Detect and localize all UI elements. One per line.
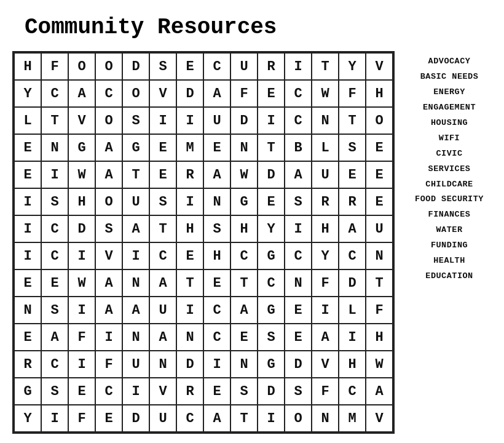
cell: C bbox=[231, 243, 258, 270]
cell: I bbox=[42, 405, 69, 433]
cell: M bbox=[177, 135, 204, 162]
cell: W bbox=[231, 162, 258, 189]
cell: Y bbox=[339, 54, 366, 81]
cell: Y bbox=[312, 243, 339, 270]
cell: E bbox=[204, 270, 231, 297]
cell: T bbox=[258, 135, 285, 162]
word-item: FUNDING bbox=[431, 239, 468, 253]
cell: V bbox=[312, 351, 339, 378]
puzzle-container: HFOODSECURITYVYCACOVDAFECWFHLTVOSIIUDICN… bbox=[12, 51, 395, 434]
cell: O bbox=[69, 54, 96, 81]
cell: T bbox=[42, 108, 69, 135]
cell: N bbox=[231, 135, 258, 162]
cell: O bbox=[285, 405, 312, 433]
cell: N bbox=[123, 270, 150, 297]
cell: S bbox=[42, 189, 69, 216]
cell: U bbox=[150, 297, 177, 324]
cell: I bbox=[15, 216, 42, 243]
cell: C bbox=[285, 81, 312, 108]
cell: S bbox=[150, 54, 177, 81]
cell: S bbox=[204, 216, 231, 243]
cell: E bbox=[366, 162, 393, 189]
cell: D bbox=[123, 405, 150, 433]
cell: O bbox=[96, 108, 123, 135]
cell: N bbox=[177, 324, 204, 351]
cell: G bbox=[15, 378, 42, 405]
cell: O bbox=[96, 54, 123, 81]
cell: T bbox=[123, 162, 150, 189]
word-item: ENERGY bbox=[433, 86, 465, 100]
cell: N bbox=[150, 351, 177, 378]
cell: A bbox=[285, 162, 312, 189]
cell: D bbox=[69, 216, 96, 243]
cell: N bbox=[231, 351, 258, 378]
cell: I bbox=[42, 162, 69, 189]
cell: I bbox=[69, 351, 96, 378]
cell: D bbox=[285, 351, 312, 378]
cell: E bbox=[285, 297, 312, 324]
cell: W bbox=[69, 162, 96, 189]
word-item: HEALTH bbox=[433, 254, 465, 268]
word-list: ADVOCACYBASIC NEEDSENERGYENGAGEMENTHOUSI… bbox=[409, 51, 489, 284]
cell: I bbox=[258, 405, 285, 433]
cell: C bbox=[150, 243, 177, 270]
cell: I bbox=[96, 324, 123, 351]
cell: I bbox=[15, 189, 42, 216]
cell: C bbox=[258, 270, 285, 297]
cell: N bbox=[42, 135, 69, 162]
word-item: FINANCES bbox=[428, 208, 471, 222]
word-item: ADVOCACY bbox=[428, 55, 471, 69]
cell: U bbox=[150, 405, 177, 433]
cell: R bbox=[177, 378, 204, 405]
cell: E bbox=[150, 135, 177, 162]
cell: D bbox=[231, 108, 258, 135]
cell: H bbox=[69, 189, 96, 216]
cell: S bbox=[285, 189, 312, 216]
cell: M bbox=[339, 405, 366, 433]
cell: A bbox=[366, 378, 393, 405]
word-item: WIFI bbox=[439, 132, 460, 146]
cell: A bbox=[204, 162, 231, 189]
cell: R bbox=[177, 162, 204, 189]
cell: C bbox=[177, 405, 204, 433]
cell: G bbox=[258, 243, 285, 270]
cell: D bbox=[123, 54, 150, 81]
cell: I bbox=[69, 243, 96, 270]
cell: I bbox=[285, 54, 312, 81]
cell: D bbox=[258, 162, 285, 189]
cell: S bbox=[150, 189, 177, 216]
cell: E bbox=[285, 324, 312, 351]
cell: T bbox=[150, 216, 177, 243]
cell: D bbox=[258, 378, 285, 405]
cell: H bbox=[312, 216, 339, 243]
cell: A bbox=[96, 270, 123, 297]
cell: V bbox=[96, 243, 123, 270]
main-layout: HFOODSECURITYVYCACOVDAFECWFHLTVOSIIUDICN… bbox=[12, 51, 492, 434]
cell: E bbox=[177, 54, 204, 81]
cell: R bbox=[15, 351, 42, 378]
cell: N bbox=[15, 297, 42, 324]
cell: G bbox=[258, 297, 285, 324]
cell: Y bbox=[258, 216, 285, 243]
cell: C bbox=[204, 54, 231, 81]
cell: V bbox=[150, 81, 177, 108]
cell: G bbox=[231, 189, 258, 216]
cell: N bbox=[285, 270, 312, 297]
page-title: Community Resources bbox=[25, 15, 277, 40]
cell: F bbox=[366, 297, 393, 324]
word-item: HOUSING bbox=[431, 116, 468, 130]
cell: A bbox=[69, 81, 96, 108]
cell: E bbox=[15, 162, 42, 189]
word-item: FOOD SECURITY bbox=[415, 193, 484, 207]
cell: S bbox=[42, 297, 69, 324]
cell: A bbox=[123, 216, 150, 243]
cell: F bbox=[312, 378, 339, 405]
cell: I bbox=[177, 189, 204, 216]
cell: V bbox=[366, 405, 393, 433]
cell: F bbox=[312, 270, 339, 297]
cell: H bbox=[204, 243, 231, 270]
cell: L bbox=[312, 135, 339, 162]
puzzle-grid: HFOODSECURITYVYCACOVDAFECWFHLTVOSIIUDICN… bbox=[14, 52, 393, 433]
cell: I bbox=[177, 108, 204, 135]
cell: U bbox=[366, 216, 393, 243]
